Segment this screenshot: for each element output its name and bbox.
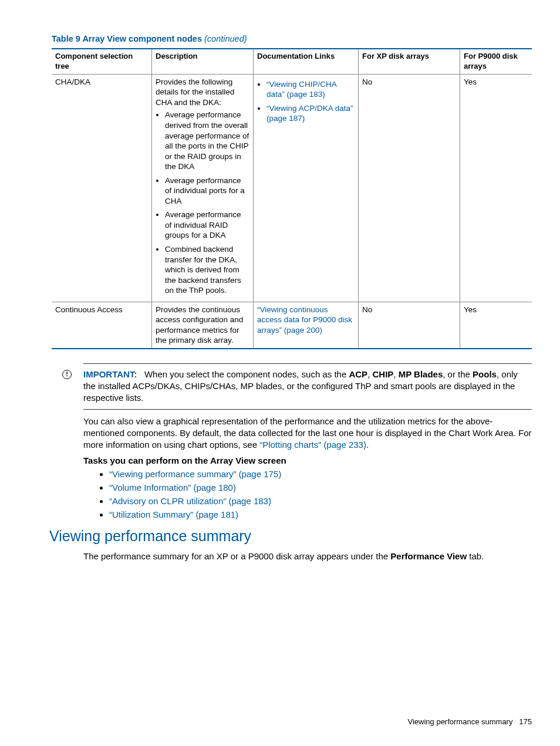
list-item: “Utilization Summary” (page 181) (109, 509, 532, 519)
important-bold: MP Blades (399, 369, 443, 379)
cell-p9000: Yes (460, 74, 532, 302)
body-paragraph: You can also view a graphical representa… (83, 416, 532, 451)
section-text: tab. (467, 551, 484, 561)
page-footer: Viewing performance summary 175 (408, 717, 532, 726)
section-heading: Viewing performance summary (49, 528, 532, 545)
tasks-heading: Tasks you can perform on the Array View … (83, 455, 532, 465)
doc-link[interactable]: “Plotting charts” (page 233) (259, 440, 366, 450)
cell-xp: No (359, 302, 460, 349)
footer-page-number: 175 (519, 717, 532, 726)
doc-link[interactable]: “Viewing ACP/DKA data” (page 187) (266, 104, 353, 123)
cell-description: Provides the continuous access configura… (152, 302, 254, 349)
list-item: “Volume Information” (page 180) (109, 482, 532, 492)
important-bold: CHIP (372, 369, 393, 379)
doc-links-list: “Viewing CHIP/CHA data” (page 183) “View… (257, 79, 355, 124)
important-bold: ACP (349, 369, 367, 379)
section-bold: Performance View (390, 551, 467, 561)
doc-link[interactable]: “Viewing continuous access data for P900… (257, 305, 352, 335)
list-item: “Advisory on CLPR utilization” (page 183… (109, 496, 532, 506)
cell-p9000: Yes (460, 302, 532, 349)
th-xp: For XP disk arrays (359, 49, 460, 74)
cell-description: Provides the following details for the i… (152, 74, 254, 302)
important-icon (62, 370, 72, 379)
table-caption-text: Table 9 Array View component nodes (52, 34, 204, 43)
important-text: , (393, 369, 398, 379)
table-row: Continuous Access Provides the continuou… (52, 302, 532, 349)
list-item: “Viewing performance summary” (page 175) (109, 469, 532, 479)
table-caption-continued: (continued) (204, 34, 247, 43)
cell-component: CHA/DKA (52, 74, 152, 302)
task-link[interactable]: “Viewing performance summary” (page 175) (109, 469, 281, 479)
cell-doc-links: “Viewing CHIP/CHA data” (page 183) “View… (254, 74, 359, 302)
list-item: Combined backend transfer for the DKA, w… (165, 244, 249, 296)
para-text: . (366, 440, 369, 450)
cell-doc-links: “Viewing continuous access data for P900… (254, 302, 359, 349)
task-link[interactable]: “Utilization Summary” (page 181) (109, 509, 238, 519)
th-component: Component selection tree (52, 49, 152, 74)
important-text: When you select the component nodes, suc… (144, 369, 349, 379)
cell-xp: No (359, 74, 460, 302)
cell-description-list: Average performance derived from the ove… (156, 110, 249, 295)
list-item: Average performance of individual RAID g… (165, 210, 249, 241)
list-item: Average performance derived from the ove… (165, 110, 249, 171)
cell-component: Continuous Access (52, 302, 152, 349)
th-description: Description (152, 49, 254, 74)
important-bold: Pools (473, 369, 497, 379)
tasks-list: “Viewing performance summary” (page 175)… (109, 469, 532, 519)
important-label: IMPORTANT: (83, 369, 137, 379)
cell-description-intro: Provides the following details for the i… (156, 77, 234, 107)
th-doc-links: Documentation Links (254, 49, 359, 74)
table-caption: Table 9 Array View component nodes (cont… (52, 34, 532, 43)
task-link[interactable]: “Volume Information” (page 180) (109, 482, 236, 492)
list-item: “Viewing ACP/DKA data” (page 187) (266, 103, 355, 124)
footer-text: Viewing performance summary (408, 717, 513, 726)
important-note: IMPORTANT: When you select the component… (83, 363, 532, 410)
section-paragraph: The performance summary for an XP or a P… (83, 551, 532, 562)
list-item: “Viewing CHIP/CHA data” (page 183) (266, 79, 355, 100)
doc-link[interactable]: “Viewing CHIP/CHA data” (page 183) (266, 80, 336, 99)
list-item: Average performance of individual ports … (165, 175, 249, 207)
component-nodes-table: Component selection tree Description Doc… (52, 48, 532, 349)
important-text: , or the (443, 369, 473, 379)
section-text: The performance summary for an XP or a P… (83, 551, 390, 561)
table-row: CHA/DKA Provides the following details f… (52, 74, 532, 302)
th-p9000: For P9000 disk arrays (460, 49, 532, 74)
task-link[interactable]: “Advisory on CLPR utilization” (page 183… (109, 496, 271, 506)
